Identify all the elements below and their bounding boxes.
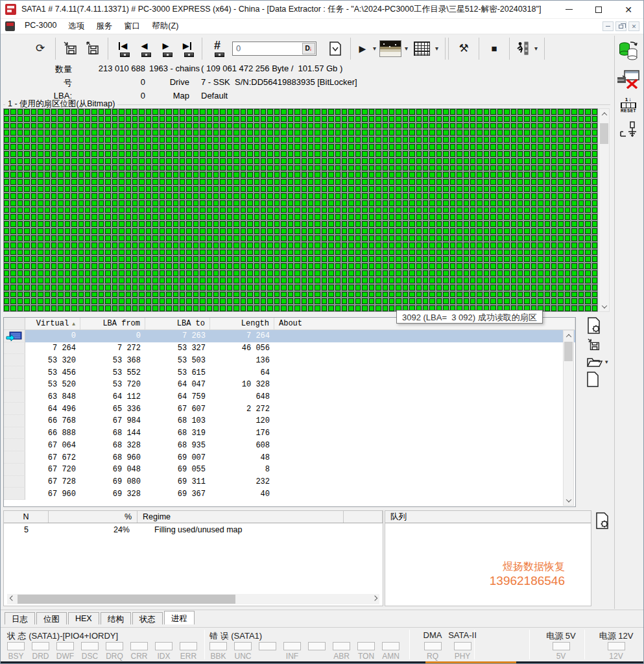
bitmap-cell[interactable] bbox=[78, 116, 84, 122]
bitmap-cell[interactable] bbox=[132, 123, 137, 129]
bitmap-cell[interactable] bbox=[457, 256, 462, 262]
bitmap-cell[interactable] bbox=[436, 144, 442, 150]
bitmap-cell[interactable] bbox=[457, 144, 462, 150]
bitmap-cell[interactable] bbox=[578, 243, 584, 248]
bitmap-cell[interactable] bbox=[565, 151, 570, 157]
menu-item-1[interactable]: 选项 bbox=[62, 19, 90, 34]
bitmap-cell[interactable] bbox=[538, 278, 543, 283]
bitmap-cell[interactable] bbox=[497, 123, 503, 129]
bitmap-cell[interactable] bbox=[227, 278, 232, 283]
bitmap-cell[interactable] bbox=[322, 123, 327, 129]
bitmap-cell[interactable] bbox=[38, 256, 43, 262]
bitmap-cell[interactable] bbox=[91, 151, 97, 157]
bitmap-cell[interactable] bbox=[247, 305, 252, 311]
bitmap-cell[interactable] bbox=[504, 285, 509, 290]
bitmap-cell[interactable] bbox=[429, 172, 435, 178]
bitmap-cell[interactable] bbox=[213, 130, 219, 136]
bitmap-cell[interactable] bbox=[247, 285, 252, 290]
bitmap-cell[interactable] bbox=[578, 256, 584, 262]
bitmap-cell[interactable] bbox=[45, 292, 50, 298]
bitmap-cell[interactable] bbox=[78, 144, 84, 150]
bitmap-cell[interactable] bbox=[558, 137, 563, 143]
bitmap-cell[interactable] bbox=[24, 186, 29, 192]
bitmap-cell[interactable] bbox=[389, 305, 394, 311]
bitmap-cell[interactable] bbox=[119, 151, 124, 157]
bitmap-cell[interactable] bbox=[267, 221, 272, 227]
bitmap-cell[interactable] bbox=[538, 137, 543, 143]
bitmap-cell[interactable] bbox=[592, 263, 597, 269]
bitmap-cell[interactable] bbox=[132, 298, 137, 304]
bitmap-cell[interactable] bbox=[51, 208, 56, 213]
bitmap-cell[interactable] bbox=[193, 214, 198, 220]
bitmap-cell[interactable] bbox=[112, 109, 117, 115]
bitmap-cell[interactable] bbox=[558, 123, 563, 129]
bitmap-cell[interactable] bbox=[186, 144, 191, 150]
bitmap-cell[interactable] bbox=[538, 243, 543, 248]
bitmap-cell[interactable] bbox=[409, 221, 414, 227]
bitmap-cell[interactable] bbox=[126, 208, 131, 213]
bitmap-cell[interactable] bbox=[261, 172, 266, 178]
bitmap-cell[interactable] bbox=[436, 270, 442, 276]
bitmap-cell[interactable] bbox=[484, 200, 489, 206]
bitmap-cell[interactable] bbox=[457, 292, 462, 298]
bitmap-cell[interactable] bbox=[220, 165, 225, 171]
bitmap-cell[interactable] bbox=[348, 165, 353, 171]
bitmap-cell[interactable] bbox=[383, 221, 388, 227]
bitmap-cell[interactable] bbox=[274, 186, 280, 192]
bitmap-cell[interactable] bbox=[362, 221, 367, 227]
bitmap-cell[interactable] bbox=[173, 221, 178, 227]
bitmap-cell[interactable] bbox=[274, 179, 280, 185]
bitmap-cell[interactable] bbox=[477, 208, 482, 213]
bitmap-cell[interactable] bbox=[31, 200, 36, 206]
bitmap-cell[interactable] bbox=[227, 298, 232, 304]
bitmap-cell[interactable] bbox=[31, 172, 36, 178]
bitmap-cell[interactable] bbox=[233, 116, 239, 122]
bitmap-cell[interactable] bbox=[105, 144, 110, 150]
bitmap-cell[interactable] bbox=[436, 186, 442, 192]
bitmap-cell[interactable] bbox=[91, 144, 97, 150]
bitmap-cell[interactable] bbox=[585, 214, 590, 220]
bitmap-cell[interactable] bbox=[180, 116, 185, 122]
bitmap-cell[interactable] bbox=[166, 278, 171, 283]
bitmap-cell[interactable] bbox=[254, 123, 259, 129]
bitmap-cell[interactable] bbox=[91, 200, 97, 206]
bitmap-cell[interactable] bbox=[518, 270, 523, 276]
bitmap-cell[interactable] bbox=[200, 228, 205, 234]
bitmap-cell[interactable] bbox=[18, 208, 23, 213]
bitmap-cell[interactable] bbox=[112, 186, 117, 192]
bitmap-cell[interactable] bbox=[571, 243, 577, 248]
bitmap-cell[interactable] bbox=[565, 116, 570, 122]
bitmap-cell[interactable] bbox=[470, 235, 475, 241]
bitmap-cell[interactable] bbox=[233, 137, 239, 143]
bitmap-cell[interactable] bbox=[436, 200, 442, 206]
bitmap-cell[interactable] bbox=[531, 130, 536, 136]
bitmap-cell[interactable] bbox=[416, 165, 422, 171]
bitmap-cell[interactable] bbox=[247, 228, 252, 234]
bitmap-cell[interactable] bbox=[403, 130, 408, 136]
bitmap-cell[interactable] bbox=[45, 208, 50, 213]
bitmap-cell[interactable] bbox=[423, 214, 428, 220]
bitmap-cell[interactable] bbox=[585, 144, 590, 150]
bitmap-cell[interactable] bbox=[139, 208, 144, 213]
bitmap-cell[interactable] bbox=[180, 228, 185, 234]
bitmap-cell[interactable] bbox=[416, 151, 422, 157]
bitmap-cell[interactable] bbox=[342, 123, 347, 129]
bitmap-cell[interactable] bbox=[18, 214, 23, 220]
bitmap-cell[interactable] bbox=[200, 263, 205, 269]
bitmap-cell[interactable] bbox=[484, 193, 489, 199]
save-map-in-button[interactable] bbox=[60, 37, 82, 60]
bitmap-cell[interactable] bbox=[91, 305, 97, 311]
bitmap-cell[interactable] bbox=[538, 221, 543, 227]
bitmap-cell[interactable] bbox=[193, 243, 198, 248]
bitmap-cell[interactable] bbox=[490, 193, 495, 199]
bitmap-cell[interactable] bbox=[71, 221, 77, 227]
bitmap-cell[interactable] bbox=[322, 243, 327, 248]
bitmap-cell[interactable] bbox=[65, 172, 70, 178]
bitmap-cell[interactable] bbox=[288, 256, 293, 262]
bitmap-cell[interactable] bbox=[220, 130, 225, 136]
bitmap-cell[interactable] bbox=[294, 179, 300, 185]
bitmap-cell[interactable] bbox=[247, 256, 252, 262]
bitmap-cell[interactable] bbox=[429, 214, 435, 220]
bitmap-cell[interactable] bbox=[193, 123, 198, 129]
bitmap-cell[interactable] bbox=[227, 151, 232, 157]
